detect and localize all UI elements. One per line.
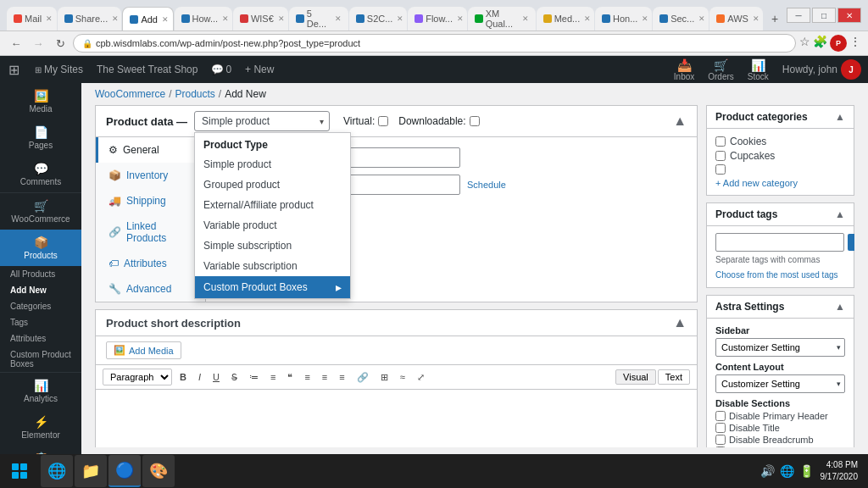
- virtual-checkbox[interactable]: [378, 116, 388, 126]
- star-icon[interactable]: ☆: [799, 35, 810, 52]
- disable-primary-header-checkbox[interactable]: [715, 411, 726, 421]
- tab-close[interactable]: ✕: [753, 14, 760, 23]
- sidebar-subitem-add-new[interactable]: Add New: [0, 282, 81, 298]
- tab-close[interactable]: ✕: [642, 14, 648, 23]
- tab-attributes[interactable]: 🏷 Attributes: [96, 251, 205, 276]
- sidebar-item-products[interactable]: 📦 Products: [0, 230, 81, 266]
- sidebar-item-media[interactable]: 🖼️ Media: [0, 83, 81, 119]
- tab-5de[interactable]: 5 De... ✕: [289, 7, 348, 30]
- cookies-checkbox[interactable]: [715, 136, 726, 147]
- reload-button[interactable]: ↻: [51, 34, 70, 53]
- tab-wp-add[interactable]: Add ✕: [122, 7, 173, 30]
- comments-button[interactable]: 💬 0: [204, 56, 238, 83]
- close-button[interactable]: ✕: [837, 8, 861, 23]
- disable-breadcrumb-checkbox[interactable]: [715, 435, 726, 445]
- dropdown-item-simple[interactable]: Simple product: [195, 154, 350, 175]
- paragraph-select[interactable]: Paragraph: [103, 369, 172, 385]
- my-sites-button[interactable]: ⊞ My Sites: [28, 56, 90, 83]
- tab-close[interactable]: ✕: [46, 14, 53, 23]
- editor-area[interactable]: [96, 390, 697, 447]
- sidebar-subitem-custom-product-boxes[interactable]: Custom Product Boxes: [0, 347, 81, 372]
- numbered-list-button[interactable]: ≡: [266, 369, 280, 385]
- insert-button[interactable]: ⊞: [376, 369, 392, 385]
- more-button[interactable]: ≈: [396, 369, 409, 385]
- taskbar-files[interactable]: 📁: [75, 455, 107, 487]
- tab-close[interactable]: ✕: [584, 14, 591, 23]
- dropdown-item-external[interactable]: External/Affiliate product: [195, 195, 350, 215]
- sidebar-subitem-attributes[interactable]: Attributes: [0, 330, 81, 347]
- speaker-icon[interactable]: 🔊: [760, 464, 775, 478]
- sidebar-subitem-tags[interactable]: Tags: [0, 314, 81, 330]
- dropdown-item-variable[interactable]: Variable product: [195, 215, 350, 236]
- sidebar-select[interactable]: Customizer Setting: [715, 338, 845, 357]
- back-button[interactable]: ←: [7, 34, 25, 53]
- extra-checkbox[interactable]: [715, 164, 726, 175]
- tab-close[interactable]: ✕: [278, 14, 285, 23]
- downloadable-checkbox[interactable]: [470, 116, 480, 126]
- breadcrumb-products[interactable]: Products: [175, 88, 214, 100]
- astra-settings-toggle[interactable]: ▲: [835, 301, 845, 313]
- breadcrumb-woocommerce[interactable]: WooCommerce: [95, 88, 165, 100]
- bullet-list-button[interactable]: ≔: [245, 369, 263, 385]
- tags-toggle[interactable]: ▲: [835, 208, 845, 220]
- tab-general[interactable]: ⚙ General: [96, 137, 205, 163]
- categories-toggle[interactable]: ▲: [835, 111, 845, 123]
- product-data-toggle[interactable]: ▲: [673, 114, 687, 129]
- tags-input[interactable]: [715, 233, 844, 252]
- short-description-toggle[interactable]: ▲: [673, 315, 687, 330]
- tab-close[interactable]: ✕: [397, 14, 403, 23]
- site-name-button[interactable]: The Sweet Treat Shop: [90, 56, 204, 83]
- dropdown-item-variable-sub[interactable]: Variable subscription: [195, 256, 350, 276]
- visual-tab-button[interactable]: Visual: [615, 369, 656, 385]
- start-button[interactable]: [3, 455, 36, 487]
- most-used-tags-link[interactable]: Choose from the most used tags: [715, 270, 838, 280]
- content-layout-select[interactable]: Customizer Setting: [715, 374, 845, 393]
- clock[interactable]: 4:08 PM 9/17/2020: [821, 459, 859, 483]
- tab-close[interactable]: ✕: [335, 14, 342, 23]
- tab-close[interactable]: ✕: [112, 14, 119, 23]
- disable-featured-image-checkbox[interactable]: [715, 446, 726, 447]
- product-type-select[interactable]: Simple product ▾: [194, 111, 330, 131]
- align-right-button[interactable]: ≡: [335, 369, 348, 385]
- more-icon[interactable]: ⋮: [849, 35, 861, 52]
- tab-s2c[interactable]: S2C... ✕: [349, 7, 407, 30]
- address-input[interactable]: 🔒 cpb.wisdmlabs.com/wp-admin/post-new.ph…: [73, 34, 796, 53]
- tab-advanced[interactable]: 🔧 Advanced: [96, 276, 205, 302]
- dropdown-item-simple-sub[interactable]: Simple subscription: [195, 236, 350, 256]
- sidebar-subitem-all-products[interactable]: All Products: [0, 266, 81, 282]
- tab-wis[interactable]: WIS€ ✕: [233, 7, 288, 30]
- tab-inventory[interactable]: 📦 Inventory: [96, 163, 205, 188]
- tab-close[interactable]: ✕: [698, 14, 705, 23]
- sidebar-item-elementor[interactable]: ⚡ Elementor: [0, 409, 81, 446]
- orders-button[interactable]: 🛒 Orders: [701, 56, 741, 83]
- new-tab-button[interactable]: +: [764, 7, 786, 30]
- blockquote-button[interactable]: ❝: [283, 369, 297, 385]
- align-left-button[interactable]: ≡: [300, 369, 314, 385]
- minimize-button[interactable]: ─: [787, 8, 810, 23]
- dropdown-item-custom[interactable]: Custom Product Boxes ▸: [195, 276, 350, 298]
- sidebar-item-analytics[interactable]: 📊 Analytics: [0, 372, 81, 409]
- profile-icon[interactable]: P: [830, 35, 847, 52]
- tab-close[interactable]: ✕: [222, 14, 229, 23]
- tab-xm[interactable]: XM Qual... ✕: [468, 7, 536, 30]
- tab-aws[interactable]: AWS ✕: [709, 7, 763, 30]
- tab-shipping[interactable]: 🚚 Shipping: [96, 188, 205, 214]
- maximize-button[interactable]: □: [812, 8, 836, 23]
- sidebar-item-templates[interactable]: 📋 Templates: [0, 446, 81, 454]
- schedule-link[interactable]: Schedule: [467, 180, 506, 190]
- add-media-button[interactable]: 🖼️ Add Media: [106, 341, 181, 359]
- tab-how[interactable]: How... ✕: [175, 7, 232, 30]
- taskbar-ie[interactable]: 🌐: [41, 455, 73, 487]
- tab-hon[interactable]: Hon... ✕: [595, 7, 652, 30]
- fullscreen-button[interactable]: ⤢: [413, 369, 429, 385]
- underline-button[interactable]: U: [209, 369, 224, 385]
- taskbar-chrome[interactable]: 🔵: [108, 455, 141, 487]
- strikethrough-button[interactable]: S̶: [227, 369, 242, 385]
- tab-share[interactable]: Share... ✕: [58, 7, 122, 30]
- sidebar-item-woocommerce[interactable]: 🛒 WooCommerce: [0, 192, 81, 230]
- wp-logo-button[interactable]: ⊞: [0, 56, 28, 83]
- bold-button[interactable]: B: [175, 369, 191, 385]
- tab-close[interactable]: ✕: [522, 14, 529, 23]
- tab-linked-products[interactable]: 🔗 Linked Products: [96, 214, 205, 251]
- disable-title-checkbox[interactable]: [715, 423, 726, 433]
